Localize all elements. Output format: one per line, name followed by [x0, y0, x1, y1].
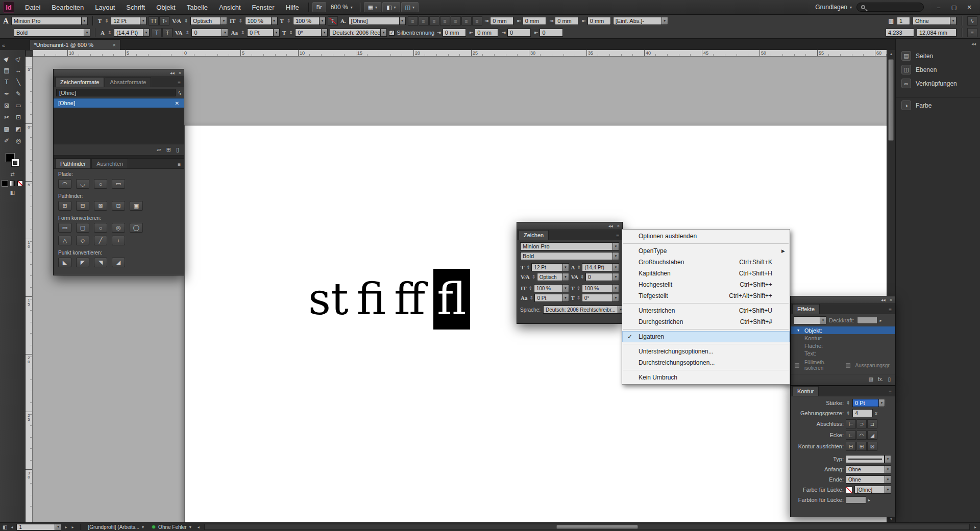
- font-style-combo[interactable]: Bold▾: [14, 29, 90, 37]
- chevron-down-icon[interactable]: ▾: [81, 17, 88, 25]
- effects-row-kontur[interactable]: Kontur:: [791, 334, 895, 342]
- chevron-down-icon[interactable]: ▾: [562, 273, 569, 281]
- stroke-weight-combo[interactable]: 0 Pt▾: [852, 399, 885, 407]
- apply-gradient-button[interactable]: [10, 181, 15, 186]
- cp-kerning-control[interactable]: V⁄A⇕Optisch▾: [520, 273, 569, 281]
- menu-fenster[interactable]: Fenster: [247, 0, 280, 15]
- delete-style-icon[interactable]: ▯: [176, 146, 179, 153]
- cap-butt-button[interactable]: ⊢: [846, 419, 856, 428]
- fx-button[interactable]: fx.: [878, 376, 884, 382]
- chevron-down-icon[interactable]: ▾: [140, 17, 146, 25]
- chevron-down-icon[interactable]: ▾: [562, 263, 569, 271]
- text-color-none-icon[interactable]: T: [328, 16, 338, 26]
- tool-pencil-tool[interactable]: ✎: [13, 88, 24, 99]
- dock-verkn-pfungen[interactable]: ∞Verknüpfungen: [896, 77, 980, 90]
- cp-skew-control[interactable]: T⇕0°▾: [571, 294, 620, 302]
- stepper-icon[interactable]: ⇕: [240, 30, 245, 35]
- chevron-down-icon[interactable]: ▾: [612, 242, 619, 250]
- next-page-button[interactable]: ▸: [64, 525, 68, 529]
- text-wrap-combo[interactable]: Ohne▾: [913, 17, 957, 25]
- tool-feather-tool[interactable]: ◩: [13, 123, 24, 135]
- horizontal-ruler[interactable]: 105051015202530354045505560: [33, 50, 887, 57]
- align-button-6[interactable]: ≡: [472, 16, 482, 26]
- ruler-corner[interactable]: [26, 50, 33, 57]
- close-panel-icon[interactable]: ×: [617, 223, 620, 229]
- cp-language-combo[interactable]: Deutsch: 2006 Rechtschreibr...▾: [543, 306, 624, 314]
- chevron-down-icon[interactable]: ▾: [612, 252, 619, 260]
- tool-page-tool[interactable]: ▤: [1, 64, 13, 76]
- last-page-button[interactable]: ▸: [70, 525, 75, 529]
- columns-value[interactable]: 1: [897, 17, 910, 25]
- workspace-switcher[interactable]: Grundlagen▾: [812, 2, 855, 12]
- close-button[interactable]: ✕: [962, 2, 977, 12]
- join-round-button[interactable]: ◠: [856, 431, 867, 440]
- chevron-down-icon[interactable]: ▾: [885, 455, 891, 463]
- width-value[interactable]: 12,084 mm: [917, 29, 957, 37]
- paragraph-style-combo[interactable]: [Einf. Abs.]-▾: [613, 17, 668, 25]
- zoom-level-combo[interactable]: 600 %▾: [327, 2, 356, 12]
- effects-row-text[interactable]: Text:: [791, 349, 895, 357]
- strikethrough-button[interactable]: Ŧ: [162, 28, 173, 37]
- cp-horizontal-scale-control[interactable]: T⇕100 %▾: [571, 284, 620, 292]
- tool-type-tool[interactable]: T: [1, 76, 13, 88]
- pathfinder-button-2[interactable]: ⊠: [94, 201, 107, 211]
- dock-ebenen[interactable]: ◫Ebenen: [896, 63, 980, 77]
- align-button-4[interactable]: ≡: [451, 16, 461, 26]
- align-center-button[interactable]: ⊟: [846, 442, 856, 451]
- context-menu-item-ligaturen[interactable]: ✓Ligaturen: [622, 331, 790, 342]
- screen-mode-button[interactable]: ◧: [10, 190, 15, 195]
- chevron-down-icon[interactable]: ▾: [562, 284, 569, 292]
- shapes1-button-1[interactable]: ▢: [76, 223, 89, 233]
- panel-titlebar[interactable]: ◂◂ ×: [517, 222, 622, 230]
- gap-tint-field[interactable]: [846, 496, 866, 503]
- panel-menu-icon[interactable]: ≡: [613, 233, 622, 240]
- stepper-icon[interactable]: ⇕: [107, 30, 112, 35]
- chevron-down-icon[interactable]: ▾: [380, 29, 387, 37]
- align-inside-button[interactable]: ⊞: [856, 442, 867, 451]
- chevron-down-icon[interactable]: ▾: [84, 29, 90, 37]
- stepper-icon[interactable]: ⇕: [185, 30, 189, 35]
- dock-seiten[interactable]: ▤Seiten: [896, 49, 980, 63]
- effects-row-fl-che[interactable]: Fläche:: [791, 342, 895, 349]
- minimize-button[interactable]: –: [931, 2, 946, 12]
- stepper-icon[interactable]: ⇕: [576, 295, 581, 300]
- blend-mode-combo[interactable]: ▾: [794, 316, 826, 324]
- align-button-1[interactable]: ≡: [419, 16, 429, 26]
- paths-button-1[interactable]: ◡: [76, 179, 89, 189]
- document-tab[interactable]: *Unbenannt-1 @ 600 % ×: [30, 39, 120, 50]
- close-panel-icon[interactable]: ×: [890, 297, 892, 302]
- chevron-down-icon[interactable]: ▾: [662, 17, 668, 25]
- tab-kontur[interactable]: Kontur: [792, 386, 819, 396]
- stepper-icon[interactable]: ⇕: [528, 286, 533, 291]
- paths-button-0[interactable]: ◠: [58, 179, 71, 189]
- transparency-swatch-icon[interactable]: ▨: [868, 376, 873, 382]
- context-menu-item-durchgestrichen[interactable]: DurchgestrichenCtrl+Shift+#: [622, 316, 790, 327]
- pathfinder-button-4[interactable]: ▣: [130, 201, 143, 211]
- bridge-button[interactable]: Br: [312, 2, 326, 12]
- character-style-combo[interactable]: [Ohne]▾: [349, 17, 406, 25]
- context-menu-item-tiefgestellt[interactable]: TiefgestelltCtrl+Alt+Shift++: [622, 290, 790, 301]
- close-tab-icon[interactable]: ×: [113, 42, 116, 48]
- language-combo[interactable]: Deutsch: 2006 Rechtsch...▾: [330, 29, 387, 37]
- ligature-text-line[interactable]: stfifffl: [308, 269, 470, 330]
- chevron-down-icon[interactable]: ▾: [143, 29, 150, 37]
- chevron-down-icon[interactable]: ▾: [399, 17, 406, 25]
- context-menu-item-kapit-lchen[interactable]: KapitälchenCtrl+Shift+H: [622, 268, 790, 279]
- align-outside-button[interactable]: ⊠: [867, 442, 877, 451]
- join-miter-button[interactable]: ∟: [846, 431, 856, 440]
- stepper-icon[interactable]: ⇕: [531, 274, 536, 280]
- menu-objekt[interactable]: Objekt: [151, 0, 181, 15]
- stroke-type-combo[interactable]: ▾: [846, 455, 891, 463]
- context-menu-item-hochgestellt[interactable]: HochgestelltCtrl+Shift++: [622, 279, 790, 290]
- scroll-right-button[interactable]: ▸: [973, 525, 977, 529]
- chevron-right-icon[interactable]: ▸: [880, 318, 882, 323]
- shapes1-button-4[interactable]: ◯: [130, 223, 143, 233]
- context-menu-item-unterstreichungsoptionen[interactable]: Unterstreichungsoptionen...: [622, 346, 790, 357]
- points-button-2[interactable]: ◥: [94, 258, 107, 267]
- context-menu-item-kein-umbruch[interactable]: Kein Umbruch: [622, 372, 790, 383]
- indent-field[interactable]: 0 mm: [443, 29, 466, 37]
- stepper-icon[interactable]: ⇕: [104, 18, 109, 23]
- cp-vertical-scale-control[interactable]: IT⇕100 %▾: [520, 284, 569, 292]
- chevron-down-icon[interactable]: ▾: [885, 486, 891, 494]
- menu-tabelle[interactable]: Tabelle: [181, 0, 213, 15]
